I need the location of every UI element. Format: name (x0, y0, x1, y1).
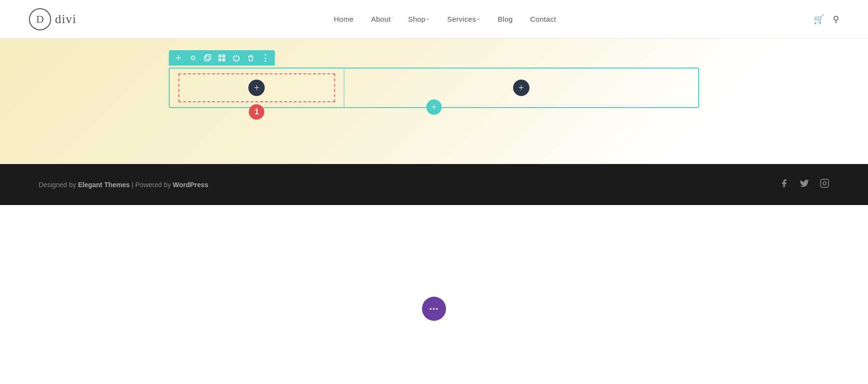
badge-number: 1 (249, 104, 264, 120)
white-area: ··· (0, 205, 868, 359)
column-left: + 1 (170, 69, 344, 107)
settings-icon[interactable]: ⚙ (188, 53, 198, 63)
footer-text: Designed by Elegant Themes | Powered by … (39, 181, 208, 189)
svg-rect-0 (204, 56, 209, 61)
svg-rect-3 (222, 55, 225, 57)
add-row-button[interactable]: + (426, 99, 442, 115)
row-wrapper: ✛ ⚙ (169, 68, 699, 108)
add-module-left-button[interactable]: + (248, 80, 265, 96)
nav-item-blog[interactable]: Blog (498, 15, 513, 23)
grid-icon[interactable] (217, 53, 227, 63)
main-nav: Home About Shop Services Blog Contact (334, 15, 556, 23)
footer: Designed by Elegant Themes | Powered by … (0, 164, 868, 205)
logo[interactable]: D divi (29, 8, 76, 30)
nav-item-about[interactable]: About (371, 15, 391, 23)
cart-icon[interactable]: 🛒 (814, 14, 824, 25)
svg-rect-2 (218, 55, 221, 57)
footer-social-icons (779, 178, 829, 191)
nav-icon-group: 🛒 ⚲ (814, 14, 839, 25)
row-toolbar: ✛ ⚙ (169, 50, 275, 66)
instagram-icon[interactable] (820, 178, 829, 191)
move-icon[interactable]: ✛ (174, 53, 183, 63)
main-content: ✛ ⚙ (0, 39, 868, 164)
svg-rect-6 (821, 179, 829, 188)
power-icon[interactable] (231, 53, 241, 63)
header: D divi Home About Shop Services Blog Con… (0, 0, 868, 39)
svg-rect-1 (206, 55, 211, 59)
twitter-icon[interactable] (800, 178, 809, 191)
logo-text: divi (55, 12, 76, 27)
logo-circle-icon: D (29, 8, 51, 30)
nav-item-contact[interactable]: Contact (530, 15, 556, 23)
duplicate-icon[interactable] (203, 53, 212, 63)
builder-container: ✛ ⚙ (169, 68, 699, 108)
more-options-icon[interactable]: ⋮ (260, 53, 270, 63)
column-left-inner: + (178, 73, 335, 102)
nav-item-shop[interactable]: Shop (408, 15, 430, 23)
delete-icon[interactable] (246, 53, 256, 63)
search-icon[interactable]: ⚲ (833, 14, 839, 25)
svg-rect-5 (222, 58, 225, 61)
add-module-right-button[interactable]: + (513, 80, 529, 96)
nav-item-services[interactable]: Services (447, 15, 480, 23)
column-right: + (344, 69, 698, 107)
facebook-icon[interactable] (779, 178, 789, 191)
nav-item-home[interactable]: Home (334, 15, 353, 23)
svg-rect-4 (218, 58, 221, 61)
floating-options-button[interactable]: ··· (422, 297, 446, 321)
